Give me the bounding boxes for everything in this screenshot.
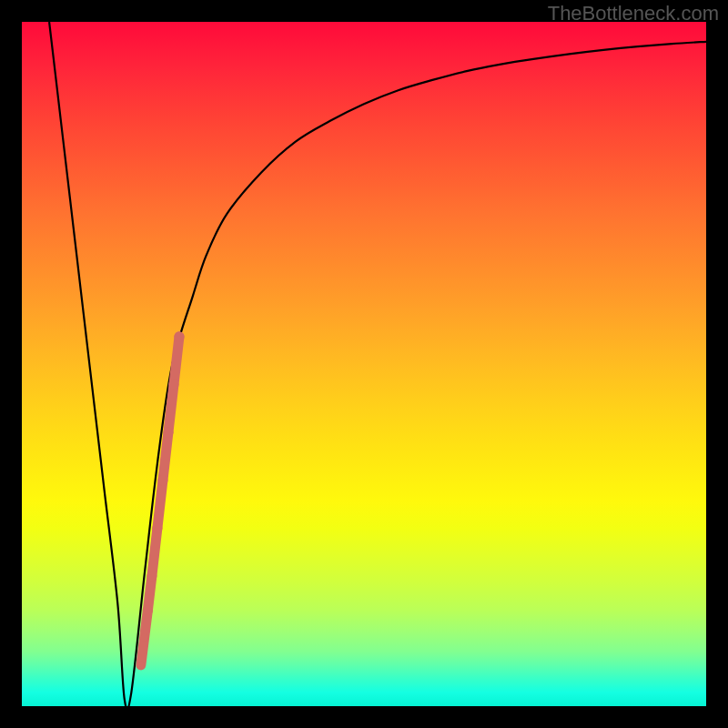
plot-area — [22, 22, 706, 706]
curve-layer — [22, 22, 706, 706]
chart-frame: TheBottleneck.com — [0, 0, 728, 728]
highlight-dot — [140, 634, 147, 642]
highlight-dot — [137, 662, 145, 669]
highlight-dot — [163, 428, 173, 438]
highlight-dot — [168, 379, 178, 389]
highlight-dot — [143, 605, 153, 615]
highlight-dot — [147, 571, 157, 581]
highlight-dot — [157, 475, 167, 485]
highlight-dots-group — [137, 331, 185, 669]
highlight-dot — [152, 523, 162, 533]
highlight-dot — [174, 331, 184, 341]
watermark-text: TheBottleneck.com — [548, 2, 719, 25]
